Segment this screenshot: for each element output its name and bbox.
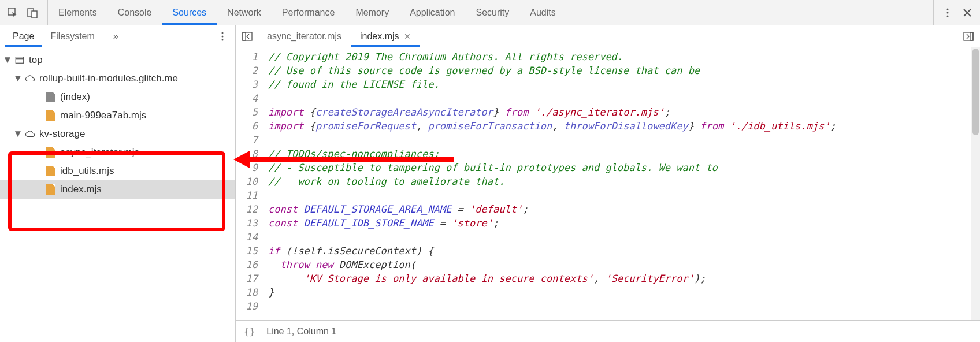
svg-rect-11 bbox=[243, 32, 252, 40]
line-gutter[interactable]: 12345678910111213141516171819 bbox=[236, 47, 262, 320]
devtools-tabbar: ElementsConsoleSourcesNetworkPerformance… bbox=[0, 0, 980, 25]
script-file-icon bbox=[45, 165, 57, 177]
svg-point-8 bbox=[222, 39, 224, 40]
dock-controls bbox=[5, 0, 48, 25]
tree-item[interactable]: idb_utils.mjs bbox=[0, 162, 235, 180]
disclosure-triangle-icon[interactable]: ▼ bbox=[3, 54, 12, 66]
document-icon bbox=[45, 91, 57, 103]
inspect-icon[interactable] bbox=[5, 5, 21, 21]
tree-item[interactable]: (index) bbox=[0, 88, 235, 106]
file-tree: ▼top▼rollup-built-in-modules.glitch.me(i… bbox=[0, 47, 235, 342]
panel-tabs: ElementsConsoleSourcesNetworkPerformance… bbox=[48, 0, 566, 25]
svg-rect-9 bbox=[16, 57, 24, 64]
close-devtools-icon[interactable] bbox=[959, 5, 975, 21]
svg-point-5 bbox=[947, 15, 949, 17]
tree-item[interactable]: index.mjs bbox=[0, 180, 235, 199]
navigator-tab-filesystem[interactable]: Filesystem bbox=[42, 25, 102, 47]
tab-console[interactable]: Console bbox=[107, 0, 162, 25]
disclosure-triangle-icon[interactable]: ▼ bbox=[14, 73, 22, 84]
tree-item-label: idb_utils.mjs bbox=[60, 165, 114, 177]
tree-item-label: main-999ea7ab.mjs bbox=[60, 110, 146, 121]
code-area[interactable]: 12345678910111213141516171819 // Copyrig… bbox=[236, 47, 980, 320]
editor-tab-label: index.mjs bbox=[360, 31, 399, 42]
kebab-menu-icon[interactable] bbox=[940, 5, 956, 21]
tree-item[interactable]: async_iterator.mjs bbox=[0, 143, 235, 162]
tree-item[interactable]: ▼top bbox=[0, 51, 235, 69]
svg-point-6 bbox=[222, 32, 224, 34]
vertical-scrollbar[interactable] bbox=[971, 47, 980, 320]
script-file-icon bbox=[45, 110, 57, 121]
disclosure-triangle-icon[interactable]: ▼ bbox=[14, 128, 22, 140]
script-file-icon bbox=[45, 147, 57, 158]
tree-item-label: rollup-built-in-modules.glitch.me bbox=[39, 73, 178, 84]
svg-rect-13 bbox=[964, 32, 973, 40]
svg-rect-14 bbox=[970, 32, 973, 40]
tab-elements[interactable]: Elements bbox=[48, 0, 107, 25]
code-content[interactable]: // Copyright 2019 The Chromium Authors. … bbox=[262, 47, 980, 320]
script-file-icon bbox=[45, 184, 57, 195]
tree-item-label: async_iterator.mjs bbox=[60, 147, 139, 158]
navigator-kebab-icon[interactable] bbox=[214, 28, 231, 44]
tab-performance[interactable]: Performance bbox=[272, 0, 346, 25]
tab-memory[interactable]: Memory bbox=[345, 0, 399, 25]
tree-item[interactable]: ▼kv-storage bbox=[0, 125, 235, 143]
cloud-icon bbox=[24, 73, 36, 84]
tab-security[interactable]: Security bbox=[465, 0, 519, 25]
device-toggle-icon[interactable] bbox=[24, 5, 40, 21]
navigator-sidebar: PageFilesystem » ▼top▼rollup-built-in-mo… bbox=[0, 25, 236, 342]
editor-statusbar: {} Line 1, Column 1 bbox=[236, 320, 980, 342]
svg-point-7 bbox=[222, 35, 224, 37]
tree-item[interactable]: main-999ea7ab.mjs bbox=[0, 106, 235, 125]
toggle-navigator-icon[interactable] bbox=[239, 28, 255, 44]
editor-tab[interactable]: index.mjs✕ bbox=[351, 25, 420, 47]
cursor-position-label: Line 1, Column 1 bbox=[266, 326, 336, 337]
scrollbar-thumb[interactable] bbox=[972, 49, 979, 135]
pretty-print-icon[interactable]: {} bbox=[244, 326, 255, 337]
close-tab-icon[interactable]: ✕ bbox=[404, 32, 411, 41]
frame-icon bbox=[14, 54, 25, 66]
tree-item-label: (index) bbox=[60, 91, 90, 103]
svg-point-4 bbox=[947, 12, 949, 13]
navigator-tab-page[interactable]: Page bbox=[5, 25, 42, 47]
tab-audits[interactable]: Audits bbox=[519, 0, 566, 25]
toggle-debugger-icon[interactable] bbox=[960, 28, 977, 44]
svg-point-3 bbox=[947, 8, 949, 10]
navigator-header: PageFilesystem » bbox=[0, 25, 235, 47]
cloud-icon bbox=[24, 128, 36, 140]
editor-tabbar: async_iterator.mjsindex.mjs✕ bbox=[236, 25, 980, 47]
editor-tab-label: async_iterator.mjs bbox=[267, 31, 341, 42]
svg-rect-12 bbox=[243, 32, 246, 40]
tree-item-label: top bbox=[29, 54, 43, 66]
editor-tab[interactable]: async_iterator.mjs bbox=[258, 25, 351, 47]
tab-sources[interactable]: Sources bbox=[162, 0, 217, 25]
tree-item-label: kv-storage bbox=[39, 128, 85, 140]
svg-rect-2 bbox=[32, 11, 37, 18]
tab-application[interactable]: Application bbox=[399, 0, 465, 25]
tab-network[interactable]: Network bbox=[217, 0, 272, 25]
source-editor-pane: async_iterator.mjsindex.mjs✕ 12345678910… bbox=[236, 25, 980, 342]
tree-item-label: index.mjs bbox=[60, 184, 102, 195]
navigator-more-tabs[interactable]: » bbox=[105, 25, 127, 47]
tree-item[interactable]: ▼rollup-built-in-modules.glitch.me bbox=[0, 69, 235, 88]
